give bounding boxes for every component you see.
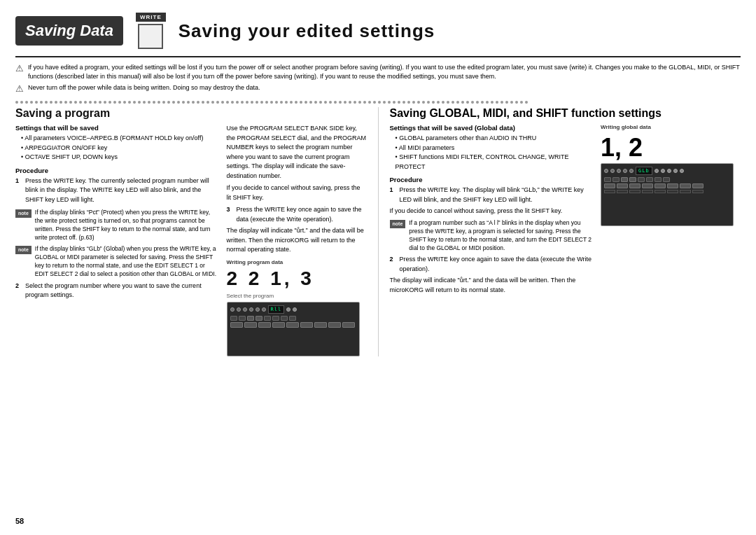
note-text-r1: If a program number such as “A l l” blin… [409,219,594,253]
dot [167,101,170,104]
synth-key-small [617,190,628,193]
dot [55,101,57,104]
dot [270,101,273,104]
synth-btn [281,316,288,321]
synth-btn [638,177,645,182]
synth-key [328,322,341,328]
dot [143,101,146,104]
dot [211,101,214,104]
step-text-r2: Press the WRITE key once again to save t… [400,255,594,274]
dot [113,101,116,104]
dot [255,101,258,104]
note-1-left: note If the display blinks “Pct” (Protec… [15,209,220,242]
step-text-3: Press the WRITE key once again to save t… [237,205,367,224]
synth-btn [239,316,246,321]
dot [334,101,337,104]
dot [231,101,234,104]
two-col-content: Saving a program Settings that will be s… [15,107,741,356]
synth-row-3 [230,322,356,328]
dot [216,101,219,104]
dot [471,101,474,104]
dot [422,101,425,104]
bullet-item: GLOBAL parameters other than AUDIO IN TH… [396,134,594,144]
main-title: Saving your edited settings [178,20,435,42]
synth-knob [623,169,627,173]
dot [153,101,155,104]
warning-item-1: ⚠ If you have edited a program, your edi… [15,63,741,81]
step-text-2: Select the program number where you want… [25,282,220,300]
synth-row-r4 [604,190,730,193]
dot-separator-top [15,101,741,104]
writing-header-right: Writing global data [601,124,741,132]
synth-btn-shift [255,316,262,321]
synth-btn-write-r [621,177,628,182]
middle-text: Use the PROGRAM SELECT BANK SIDE key, th… [227,124,367,181]
synth-knob [255,307,260,312]
synth-btn [272,316,279,321]
right-main: Settings that will be saved (Global data… [390,124,594,298]
synth-key [300,322,313,328]
dot [20,101,23,104]
step-num-r1: 1 [390,186,397,204]
synth-btn-shift-r [629,177,636,182]
dot [30,101,33,104]
dot [172,101,175,104]
dot [138,101,141,104]
display-text-right: The display will indicate "ůrt.” and the… [390,276,594,295]
step-text-r1: Press the WRITE key. The display will bl… [400,186,594,204]
synth-key-small [680,190,691,193]
note-2-left: note If the display blinks “GLb” (Global… [15,245,220,279]
dot [187,101,190,104]
synth-btn-write [247,316,254,321]
dot [108,101,111,104]
dot [148,101,150,104]
synth-key-r [642,183,653,188]
synth-knob-bright [667,169,671,173]
dot [481,101,484,104]
dot [300,101,302,104]
dot [104,101,106,104]
dot [393,101,396,104]
note-text-2: If the display blinks “GLb” (Global) whe… [35,245,220,279]
dot [226,101,229,104]
dot [373,101,376,104]
dot [89,101,92,104]
synth-knob-bright [680,169,684,173]
dot [324,101,327,104]
dot [206,101,209,104]
synth-key [230,322,243,328]
synth-btn [604,177,611,182]
step-2: 2 Select the program number where you wa… [15,282,220,300]
dot [368,101,371,104]
dot [64,101,67,104]
note-1-right: note If a program number such as “A l l”… [390,219,594,253]
synth-knob-bright [673,169,678,173]
procedure-title-right: Procedure [390,176,594,183]
dot [447,101,449,104]
writing-label-right: Writing global data [601,124,651,130]
synth-key [286,322,299,328]
dot [515,101,518,104]
dot [500,101,503,104]
bullet-item: All MIDI parameters [396,144,594,153]
synth-row-r3 [604,183,730,188]
procedure-title-left: Procedure [15,167,220,174]
settings-title-left: Settings that will be saved [15,124,220,132]
large-nums-left: 2 2 1, 3 [227,268,367,290]
synth-key-r [692,183,704,188]
synth-key-r [617,183,628,188]
warning-text-1: If you have edited a program, your edite… [28,63,741,81]
left-section-title: Saving a program [15,107,367,120]
dot [241,101,244,104]
note-label-r1: note [390,220,406,228]
dot [363,101,366,104]
dot [177,101,180,104]
writing-section-left: Writing program data 2 2 1, 3 Select the… [227,259,367,356]
right-column: Saving GLOBAL, MIDI, and SHIFT function … [390,107,741,356]
synth-btn [654,177,662,182]
step-num-3: 3 [227,205,234,224]
synth-knob-bright [286,307,290,312]
dot [35,101,38,104]
writing-label-left: Writing program data [227,259,367,265]
dot [221,101,224,104]
